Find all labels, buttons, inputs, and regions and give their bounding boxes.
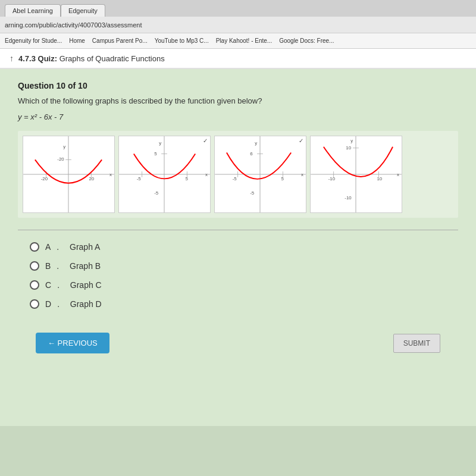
question-text: Which of the following graphs is describ… bbox=[18, 96, 458, 105]
svg-text:-5: -5 bbox=[233, 176, 237, 181]
quiz-header: ↑ 4.7.3 Quiz: Graphs of Quadratic Functi… bbox=[0, 49, 476, 69]
svg-text:-10: -10 bbox=[328, 176, 336, 181]
bookmark-5[interactable]: Play Kahoot! - Ente... bbox=[216, 37, 273, 44]
svg-text:y: y bbox=[159, 140, 161, 146]
answer-text-b: . bbox=[57, 261, 64, 271]
svg-text:-20: -20 bbox=[41, 176, 48, 181]
submit-button[interactable]: SUBMIT bbox=[393, 334, 440, 353]
content-area: Question 10 of 10 Which of the following… bbox=[0, 69, 476, 426]
quiz-header-icon: ↑ bbox=[10, 54, 14, 63]
answer-label-a: A bbox=[45, 242, 51, 252]
svg-text:x: x bbox=[397, 172, 399, 177]
graph-c[interactable]: ✓ -5 5 6 -5 y x bbox=[214, 136, 306, 213]
graph-c-checkmark: ✓ bbox=[299, 137, 303, 144]
graph-b-svg: -5 5 5 -5 y x bbox=[119, 136, 210, 212]
svg-text:-5: -5 bbox=[250, 190, 255, 196]
svg-text:-5: -5 bbox=[154, 190, 159, 196]
equation: y = x² - 6x - 7 bbox=[18, 112, 458, 121]
browser-tabs: Abel Learning Edgenuity bbox=[0, 0, 476, 17]
radio-c[interactable] bbox=[30, 280, 39, 290]
answer-label-b: B bbox=[45, 261, 51, 271]
svg-text:6: 6 bbox=[250, 151, 253, 156]
svg-text:y: y bbox=[350, 138, 353, 143]
previous-button[interactable]: ← PREVIOUS bbox=[36, 333, 109, 353]
svg-text:y: y bbox=[255, 140, 257, 146]
tab-edgenuity[interactable]: Edgenuity bbox=[61, 4, 105, 17]
answer-graph-a: Graph A bbox=[70, 242, 100, 252]
quiz-title: 4.7.3 Quiz: Graphs of Quadratic Function… bbox=[18, 54, 165, 63]
bookmark-1[interactable]: Edgenuity for Stude... bbox=[5, 37, 62, 44]
bookmark-6[interactable]: Google Docs: Free... bbox=[279, 37, 334, 44]
svg-text:-20: -20 bbox=[57, 156, 64, 162]
radio-b[interactable] bbox=[30, 261, 39, 271]
answer-choice-d[interactable]: D . Graph D bbox=[30, 299, 458, 309]
svg-text:-10: -10 bbox=[345, 195, 352, 201]
graph-a[interactable]: -20 20 -20 y x bbox=[23, 136, 115, 213]
svg-text:20: 20 bbox=[89, 176, 94, 181]
answer-graph-d: Graph D bbox=[70, 299, 102, 309]
answer-choices: A . Graph A B . Graph B C . Graph C D . bbox=[30, 242, 458, 309]
bookmark-3[interactable]: Campus Parent Po... bbox=[92, 37, 148, 44]
svg-text:x: x bbox=[301, 172, 303, 177]
radio-d[interactable] bbox=[30, 299, 39, 309]
svg-text:10: 10 bbox=[346, 145, 351, 151]
graph-c-svg: -5 5 6 -5 y x bbox=[215, 136, 306, 212]
svg-text:x: x bbox=[109, 172, 112, 177]
answer-label-d: D bbox=[45, 299, 51, 309]
bookmarks-bar: Edgenuity for Stude... Home Campus Paren… bbox=[0, 33, 476, 49]
answer-graph-b: Graph B bbox=[70, 261, 101, 271]
answer-text-a: . bbox=[57, 242, 64, 252]
address-text: arning.com/public/activity/4007003/asses… bbox=[5, 21, 142, 29]
bookmark-2[interactable]: Home bbox=[69, 37, 85, 44]
answer-text-d: . bbox=[57, 299, 64, 309]
page-container: ↑ 4.7.3 Quiz: Graphs of Quadratic Functi… bbox=[0, 49, 476, 476]
graph-b-checkmark: ✓ bbox=[203, 137, 208, 144]
graph-d-svg: -10 10 10 -10 y x bbox=[311, 136, 402, 212]
answer-text-c: . bbox=[57, 280, 64, 290]
bottom-bar: ← PREVIOUS SUBMIT bbox=[18, 327, 458, 359]
answer-choice-c[interactable]: C . Graph C bbox=[30, 280, 458, 290]
radio-a[interactable] bbox=[30, 242, 39, 252]
svg-text:10: 10 bbox=[377, 176, 382, 181]
graphs-row: -20 20 -20 y x ✓ -5 bbox=[18, 131, 458, 218]
question-label: Question 10 of 10 bbox=[18, 81, 458, 90]
bookmark-4[interactable]: YouTube to Mp3 C... bbox=[155, 37, 209, 44]
address-bar: arning.com/public/activity/4007003/asses… bbox=[0, 17, 476, 33]
svg-text:y: y bbox=[63, 144, 65, 149]
divider bbox=[18, 230, 458, 230]
graph-b[interactable]: ✓ -5 5 5 -5 y x bbox=[118, 136, 211, 213]
answer-choice-a[interactable]: A . Graph A bbox=[30, 242, 458, 252]
answer-label-c: C bbox=[45, 280, 51, 290]
svg-text:5: 5 bbox=[154, 151, 157, 156]
answer-graph-c: Graph C bbox=[70, 280, 102, 290]
graph-d[interactable]: -10 10 10 -10 y x bbox=[310, 136, 402, 213]
svg-text:-5: -5 bbox=[137, 176, 142, 181]
tab-abel-learning[interactable]: Abel Learning bbox=[5, 4, 61, 17]
svg-text:x: x bbox=[205, 172, 208, 177]
svg-text:5: 5 bbox=[281, 176, 284, 181]
svg-text:5: 5 bbox=[185, 176, 188, 181]
graph-a-svg: -20 20 -20 y x bbox=[23, 136, 114, 212]
answer-choice-b[interactable]: B . Graph B bbox=[30, 261, 458, 271]
